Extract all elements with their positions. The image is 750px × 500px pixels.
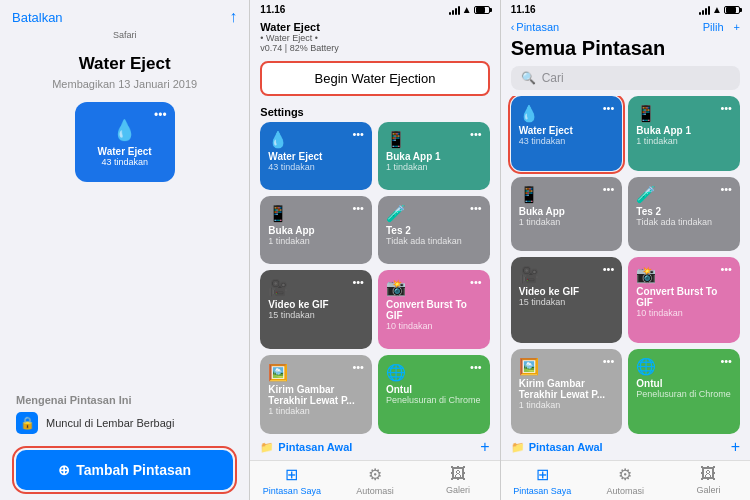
tab-galeri[interactable]: 🖼 Galeri (417, 465, 500, 496)
card-buka-app-1-3[interactable]: ••• 📱 Buka App 1 1 tindakan (628, 96, 740, 171)
all-shortcuts-title: Semua Pintasan (501, 35, 750, 66)
share-icon[interactable]: ↑ (229, 8, 237, 26)
tab-pintasan-saya[interactable]: ⊞ Pintasan Saya (250, 465, 333, 496)
card-buka-app[interactable]: ••• 📱 Buka App 1 tindakan (260, 196, 372, 264)
statusbar-2: 11.16 ▲ (250, 0, 499, 17)
card-buka-app-3[interactable]: ••• 📱 Buka App 1 tindakan (511, 177, 623, 252)
card-dots-icon[interactable]: ••• (352, 202, 364, 214)
add-shortcut-label: Tambah Pintasan (76, 462, 191, 478)
card-ontul[interactable]: ••• 🌐 Ontul Penelusuran di Chrome (378, 355, 490, 434)
add-icon: ⊕ (58, 462, 70, 478)
pintasar-plus-button[interactable]: + (480, 438, 489, 456)
begin-water-ejection-button[interactable]: Begin Water Ejection (260, 61, 489, 96)
cancel-button[interactable]: Batalkan (12, 10, 63, 25)
tab-galeri-3[interactable]: 🖼 Galeri (667, 465, 750, 496)
test-icon-3: 🧪 (636, 185, 732, 204)
camera-icon-3: 📸 (636, 265, 732, 284)
statusbar-3: 11.16 ▲ (501, 0, 750, 17)
card-name-6: Convert Burst To GIF (386, 299, 482, 321)
card-kirim-3[interactable]: ••• 🖼️ Kirim Gambar Terakhir Lewat P... … (511, 349, 623, 435)
tabbar-2: ⊞ Pintasan Saya ⚙ Automasi 🖼 Galeri (250, 460, 499, 500)
shortcuts-grid: ••• 💧 Water Eject 43 tindakan ••• 📱 Buka… (250, 122, 499, 434)
shortcut-meta: • Water Eject • v0.74 | 82% Battery (260, 33, 489, 53)
card-tes-2-3[interactable]: ••• 🧪 Tes 2 Tidak ada tindakan (628, 177, 740, 252)
panel-3: 11.16 ▲ ‹ Pintasan Pilih + Semua Pintasa… (500, 0, 750, 500)
card-dots-icon[interactable]: ••• (720, 183, 732, 195)
pilih-button[interactable]: Pilih (703, 21, 724, 33)
panel-2: 11.16 ▲ Water Eject • Water Eject • v0.7… (249, 0, 499, 500)
card-dots-icon[interactable]: ••• (603, 102, 615, 114)
card-dots-icon[interactable]: ••• (720, 102, 732, 114)
card-dots-icon[interactable]: ••• (720, 263, 732, 275)
grid-icon: ⊞ (285, 465, 298, 484)
search-bar[interactable]: 🔍 Cari (511, 66, 740, 90)
back-chevron-icon: ‹ (511, 21, 515, 33)
card-dots-icon[interactable]: ••• (603, 183, 615, 195)
card-burst[interactable]: ••• 📸 Convert Burst To GIF 10 tindakan (378, 270, 490, 349)
lock-icon: 🔒 (16, 412, 38, 434)
tab-automasi[interactable]: ⚙ Automasi (333, 465, 416, 496)
card-dots-icon[interactable]: ••• (352, 276, 364, 288)
card-buka-app-1[interactable]: ••• 📱 Buka App 1 1 tindakan (378, 122, 490, 190)
card-actions-3: 1 tindakan (268, 236, 364, 246)
card-water-eject-3[interactable]: ••• 💧 Water Eject 43 tindakan (511, 96, 623, 171)
p3-card-name-4: Tes 2 (636, 206, 732, 217)
p3-card-actions-1: 43 tindakan (519, 136, 615, 146)
card-video-gif-3[interactable]: ••• 🎥 Video ke GIF 15 tindakan (511, 257, 623, 343)
card-tes-2[interactable]: ••• 🧪 Tes 2 Tidak ada tindakan (378, 196, 490, 264)
card-actions-5: 15 tindakan (268, 310, 364, 320)
card-dots-icon[interactable]: ••• (352, 128, 364, 140)
card-actions-1: 43 tindakan (268, 162, 364, 172)
card-dots-icon[interactable]: ••• (352, 361, 364, 373)
card-dots-icon[interactable]: ••• (603, 263, 615, 275)
folder-icon: 📁 (260, 441, 274, 454)
tab-label-2-3: Automasi (607, 486, 645, 496)
all-shortcuts-grid: ••• 💧 Water Eject 43 tindakan ••• 📱 Buka… (501, 96, 750, 434)
card-dots-icon[interactable]: ••• (720, 355, 732, 367)
back-button[interactable]: ‹ Pintasan (511, 21, 559, 33)
card-dots-icon[interactable]: ••• (470, 276, 482, 288)
water-icon: 💧 (268, 130, 364, 149)
tab-automasi-3[interactable]: ⚙ Automasi (584, 465, 667, 496)
pintasar-plus-button-3[interactable]: + (731, 438, 740, 456)
card-name-3: Buka App (268, 225, 364, 236)
card-dots-icon[interactable]: ••• (154, 108, 167, 122)
app-icon-4: 📱 (519, 185, 615, 204)
card-water-eject[interactable]: ••• 💧 Water Eject 43 tindakan (260, 122, 372, 190)
add-button[interactable]: + (734, 21, 740, 33)
p3-card-actions-4: Tidak ada tindakan (636, 217, 732, 227)
camera-icon: 📸 (386, 278, 482, 297)
p3-card-name-3: Buka App (519, 206, 615, 217)
pintasar-label-3: 📁 Pintasan Awal (511, 441, 603, 454)
shortcut-header: Water Eject • Water Eject • v0.74 | 82% … (250, 17, 499, 55)
shortcut-bullet: • Water Eject • (260, 33, 317, 43)
card-dots-icon[interactable]: ••• (470, 128, 482, 140)
tab-label-1: Pintasan Saya (263, 486, 321, 496)
panel-1: Batalkan ↑ Safari Water Eject Membagikan… (0, 0, 249, 500)
p3-card-actions-7: 1 tindakan (519, 400, 615, 410)
card-actions-6: 10 tindakan (386, 321, 482, 331)
gallery-icon-3: 🖼 (700, 465, 716, 483)
card-burst-3[interactable]: ••• 📸 Convert Burst To GIF 10 tindakan (628, 257, 740, 343)
card-dots-icon[interactable]: ••• (470, 361, 482, 373)
shortcut-version: v0.74 | 82% Battery (260, 43, 338, 53)
card-video-gif[interactable]: ••• 🎥 Video ke GIF 15 tindakan (260, 270, 372, 349)
water-icon-3: 💧 (519, 104, 615, 123)
tab-pintasan-saya-3[interactable]: ⊞ Pintasan Saya (501, 465, 584, 496)
shortcut-title: Water Eject (260, 21, 489, 33)
card-name-7: Kirim Gambar Terakhir Lewat P... (268, 384, 364, 406)
page-title: Water Eject (79, 54, 171, 74)
card-dots-icon[interactable]: ••• (603, 355, 615, 367)
p3-card-name-8: Ontul (636, 378, 732, 389)
card-dots-icon[interactable]: ••• (470, 202, 482, 214)
safari-label: Safari (0, 30, 249, 44)
card-kirim[interactable]: ••• 🖼️ Kirim Gambar Terakhir Lewat P... … (260, 355, 372, 434)
tabbar-3: ⊞ Pintasan Saya ⚙ Automasi 🖼 Galeri (501, 460, 750, 500)
card-ontul-3[interactable]: ••• 🌐 Ontul Penelusuran di Chrome (628, 349, 740, 435)
add-shortcut-button[interactable]: ⊕ Tambah Pintasan (16, 450, 233, 490)
card-actions-7: 1 tindakan (268, 406, 364, 416)
search-icon: 🔍 (521, 71, 536, 85)
p3-card-name-5: Video ke GIF (519, 286, 615, 297)
panel1-header: Batalkan ↑ (0, 0, 249, 30)
pintasar-text-3: Pintasan Awal (529, 441, 603, 453)
